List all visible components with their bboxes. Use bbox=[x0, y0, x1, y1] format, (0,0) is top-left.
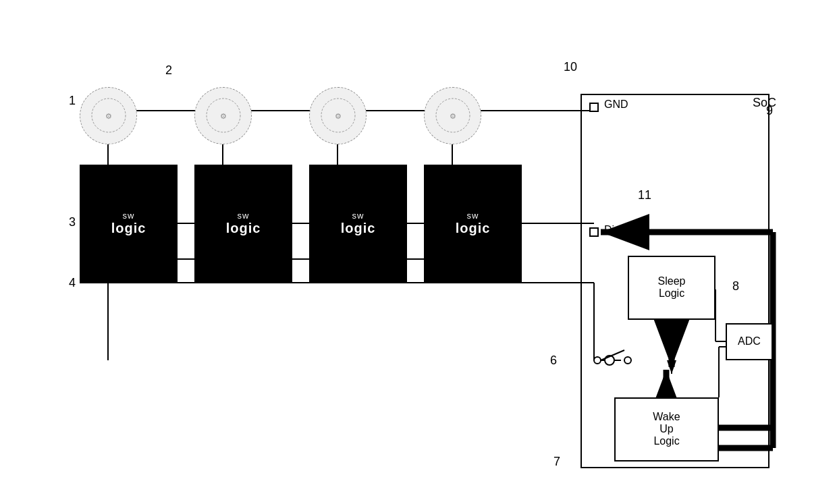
gnd-terminal bbox=[589, 103, 599, 112]
wake-up-label2: Up bbox=[659, 423, 673, 435]
sw-block-2: sw logic bbox=[194, 165, 292, 283]
wake-up-label3: Logic bbox=[653, 435, 679, 447]
soc-label: SoC bbox=[753, 96, 776, 110]
sw-block-3-top-label: sw bbox=[352, 211, 364, 221]
adc-box: ADC bbox=[726, 323, 773, 360]
switch-symbol bbox=[587, 347, 641, 374]
adc-label: ADC bbox=[738, 335, 761, 347]
sw-block-1: sw logic bbox=[80, 165, 178, 283]
sw-block-4-bottom-label: logic bbox=[456, 221, 491, 236]
digital-io-terminal bbox=[589, 227, 599, 237]
ref-4: 4 bbox=[69, 276, 76, 290]
svg-line-48 bbox=[601, 350, 624, 360]
sleep-logic-box: Sleep Logic bbox=[628, 256, 716, 320]
svg-text:⚙: ⚙ bbox=[335, 112, 342, 120]
sw-block-1-bottom-label: logic bbox=[111, 221, 146, 236]
svg-text:⚙: ⚙ bbox=[105, 112, 112, 120]
ref-1: 1 bbox=[69, 94, 76, 108]
wake-up-logic-box: Wake Up Logic bbox=[614, 397, 719, 461]
wake-up-label1: Wake bbox=[653, 411, 680, 423]
ref-7: 7 bbox=[554, 455, 560, 469]
sw-block-3: sw logic bbox=[309, 165, 407, 283]
ref-2: 2 bbox=[165, 63, 172, 78]
sw-block-2-top-label: sw bbox=[238, 211, 250, 221]
sw-block-4-top-label: sw bbox=[467, 211, 479, 221]
ref-10: 10 bbox=[564, 60, 577, 74]
diagram-container: 1 2 3 4 5 6 7 8 9 10 11 ⚙ ⚙ ⚙ ⚙ sw logic bbox=[47, 23, 790, 482]
svg-point-47 bbox=[594, 357, 601, 364]
svg-text:⚙: ⚙ bbox=[450, 112, 456, 120]
ref-6: 6 bbox=[550, 354, 557, 368]
sw-block-2-bottom-label: logic bbox=[226, 221, 261, 236]
svg-point-49 bbox=[624, 357, 631, 364]
sleep-logic-label1: Sleep bbox=[658, 275, 686, 287]
sensor-4: ⚙ bbox=[424, 87, 481, 144]
sw-block-3-bottom-label: logic bbox=[341, 221, 376, 236]
svg-text:⚙: ⚙ bbox=[220, 112, 227, 120]
sensor-3: ⚙ bbox=[309, 87, 367, 144]
ref-3: 3 bbox=[69, 215, 76, 229]
sleep-logic-label2: Logic bbox=[659, 287, 684, 300]
sw-block-1-top-label: sw bbox=[123, 211, 135, 221]
sw-block-4: sw logic bbox=[424, 165, 522, 283]
sensor-2: ⚙ bbox=[194, 87, 252, 144]
sensor-1: ⚙ bbox=[80, 87, 137, 144]
gnd-label: GND bbox=[604, 99, 628, 111]
digital-io-label: Digital IO bbox=[604, 224, 649, 236]
